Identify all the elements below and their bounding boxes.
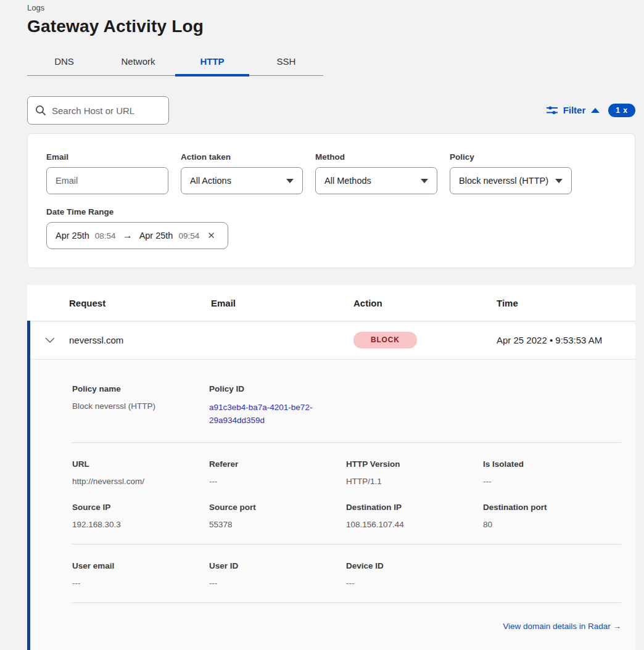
tab-bar: DNS Network HTTP SSH (27, 51, 323, 76)
page: Logs Gateway Activity Log DNS Network HT… (0, 0, 635, 650)
row-expander[interactable] (30, 337, 69, 344)
row-details: Policy name Block neverssl (HTTP) Policy… (30, 360, 635, 650)
chevron-down-icon (421, 179, 428, 183)
user-id-label: User ID (209, 561, 346, 570)
date-range-label: Date Time Range (46, 207, 616, 216)
is-isolated-value: --- (483, 477, 621, 486)
source-ip-field: Source IP 192.168.30.3 (72, 503, 209, 529)
table-row[interactable]: neverssl.com BLOCK Apr 25 2022 • 9:53:53… (30, 321, 635, 360)
network-section: Source IP 192.168.30.3 Source port 55378… (72, 503, 621, 529)
destination-ip-value: 108.156.107.44 (346, 520, 483, 529)
destination-port-value: 80 (483, 520, 621, 529)
date-range-picker[interactable]: Apr 25th 08:54 → Apr 25th 09:54 ✕ (46, 222, 228, 249)
user-id-field: User ID --- (209, 561, 346, 588)
row-time: Apr 25 2022 • 9:53:53 AM (497, 335, 635, 345)
radar-link-row: View domain details in Radar → (72, 620, 621, 631)
chevron-down-icon (555, 179, 563, 183)
destination-ip-field: Destination IP 108.156.107.44 (346, 503, 483, 529)
policy-id-label: Policy ID (209, 384, 346, 393)
tab-ssh[interactable]: SSH (249, 51, 323, 75)
page-title: Gateway Activity Log (27, 17, 635, 36)
action-taken-label: Action taken (181, 152, 303, 162)
source-ip-value: 192.168.30.3 (72, 520, 209, 529)
source-port-label: Source port (209, 503, 346, 512)
source-ip-label: Source IP (72, 503, 209, 512)
source-port-value: 55378 (209, 520, 346, 529)
breadcrumb[interactable]: Logs (27, 0, 635, 12)
search-box (27, 96, 169, 125)
policy-value: Block neverssl (HTTP) (459, 176, 548, 186)
col-request: Request (69, 298, 211, 308)
divider (72, 603, 621, 603)
referer-value: --- (209, 477, 346, 486)
tab-dns[interactable]: DNS (27, 51, 101, 75)
email-filter-input[interactable] (46, 167, 168, 194)
filter-toggle[interactable]: Filter 1 x (547, 104, 635, 117)
chevron-down-icon (45, 337, 55, 344)
email-filter-label: Email (46, 152, 168, 162)
action-taken-select[interactable]: All Actions (181, 167, 303, 194)
method-filter: Method All Methods (315, 152, 437, 194)
source-port-field: Source port 55378 (209, 503, 346, 529)
end-date: Apr 25th (139, 231, 173, 241)
action-taken-filter: Action taken All Actions (181, 152, 303, 194)
col-email: Email (211, 298, 353, 308)
user-section: User email --- User ID --- Device ID --- (72, 561, 621, 588)
divider (72, 544, 621, 545)
device-id-field: Device ID --- (346, 561, 483, 588)
date-range-filter: Date Time Range Apr 25th 08:54 → Apr 25t… (46, 207, 616, 249)
method-label: Method (315, 152, 437, 162)
http-version-label: HTTP Version (346, 459, 483, 469)
block-badge: BLOCK (353, 332, 417, 348)
end-time: 09:54 (178, 231, 199, 241)
policy-filter: Policy Block neverssl (HTTP) (450, 152, 572, 194)
expanded-row-wrap: neverssl.com BLOCK Apr 25 2022 • 9:53:53… (27, 321, 635, 650)
url-label: URL (72, 459, 209, 469)
http-version-field: HTTP Version HTTP/1.1 (346, 459, 483, 486)
policy-id-link[interactable]: a91c3eb4-ba7a-4201-be72-29a934dd359d (209, 401, 330, 427)
policy-name-value: Block neverssl (HTTP) (72, 401, 209, 411)
caret-up-icon (591, 108, 600, 113)
action-taken-value: All Actions (190, 176, 231, 186)
user-email-label: User email (72, 561, 209, 570)
policy-id-field: Policy ID a91c3eb4-ba7a-4201-be72-29a934… (209, 384, 346, 427)
radar-link[interactable]: View domain details in Radar → (503, 622, 621, 631)
device-id-label: Device ID (346, 561, 483, 570)
destination-port-field: Destination port 80 (483, 503, 621, 529)
filter-count-badge[interactable]: 1 x (608, 104, 635, 117)
start-time: 08:54 (95, 231, 116, 241)
http-version-value: HTTP/1.1 (346, 477, 483, 486)
search-input[interactable] (52, 105, 175, 116)
method-value: All Methods (324, 176, 371, 186)
url-field: URL http://neverssl.com/ (72, 459, 209, 486)
user-id-value: --- (209, 578, 346, 588)
method-select[interactable]: All Methods (315, 167, 437, 194)
tab-network[interactable]: Network (101, 51, 175, 75)
filter-panel: Email Action taken All Actions Method Al… (27, 133, 635, 268)
destination-port-label: Destination port (483, 503, 621, 512)
clear-date-range-icon[interactable]: ✕ (207, 230, 215, 241)
chevron-down-icon (286, 179, 294, 183)
arrow-right-icon: → (122, 230, 134, 241)
table-header: Request Email Action Time (27, 285, 635, 321)
policy-section: Policy name Block neverssl (HTTP) Policy… (72, 384, 621, 427)
divider (72, 442, 621, 443)
destination-ip-label: Destination IP (346, 503, 483, 512)
tab-http[interactable]: HTTP (175, 51, 249, 75)
device-id-value: --- (346, 578, 483, 588)
referer-field: Referer --- (209, 459, 346, 486)
policy-label: Policy (450, 152, 572, 162)
search-icon (35, 105, 46, 116)
referer-label: Referer (209, 459, 346, 469)
is-isolated-field: Is Isolated --- (483, 459, 621, 486)
policy-name-field: Policy name Block neverssl (HTTP) (72, 384, 209, 427)
activity-table: Request Email Action Time neverssl.com B… (27, 285, 635, 650)
email-filter: Email (46, 152, 168, 194)
user-email-field: User email --- (72, 561, 209, 588)
url-value: http://neverssl.com/ (72, 477, 209, 486)
policy-select[interactable]: Block neverssl (HTTP) (450, 167, 572, 194)
filter-icon (547, 105, 558, 115)
policy-name-label: Policy name (72, 384, 209, 393)
row-action: BLOCK (353, 332, 497, 348)
start-date: Apr 25th (56, 231, 89, 241)
